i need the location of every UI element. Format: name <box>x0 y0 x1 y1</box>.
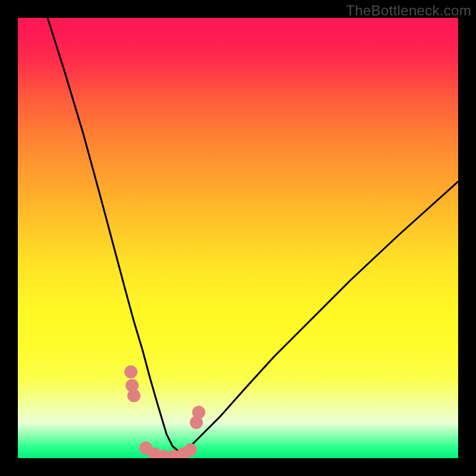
svg-point-8 <box>184 443 197 456</box>
svg-point-2 <box>127 389 140 402</box>
markers-right <box>190 406 205 429</box>
svg-point-0 <box>124 365 137 378</box>
plot-area <box>18 18 458 458</box>
main-curve <box>48 18 458 452</box>
chart-svg <box>18 18 458 458</box>
markers-left <box>124 365 140 402</box>
watermark-text: TheBottleneck.com <box>346 2 471 19</box>
svg-point-10 <box>192 406 205 419</box>
markers-valley <box>139 441 197 458</box>
chart-frame: TheBottleneck.com <box>0 0 476 476</box>
